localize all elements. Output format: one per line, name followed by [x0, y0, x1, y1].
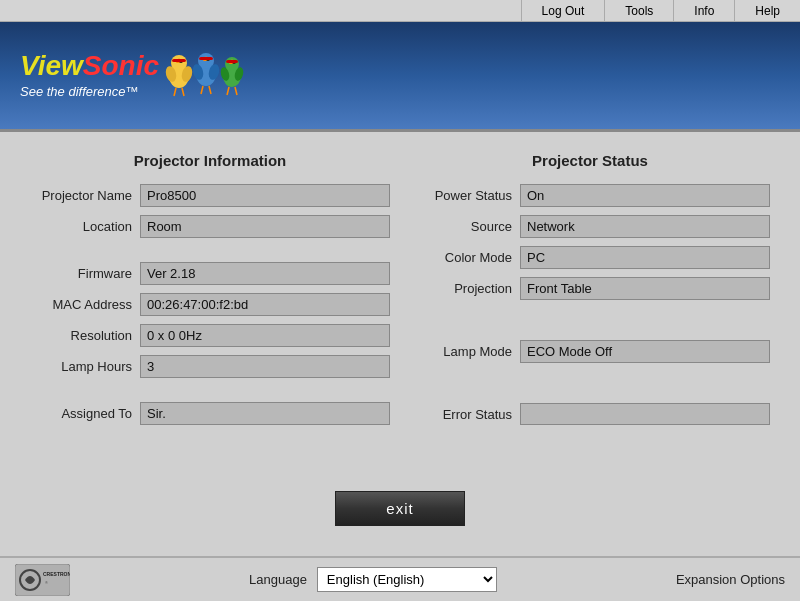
- svg-line-25: [227, 87, 229, 95]
- main-content: Projector Information Projector Name Pro…: [0, 132, 800, 556]
- header: ViewSonic See the difference™: [0, 22, 800, 132]
- logout-menu-item[interactable]: Log Out: [521, 0, 605, 21]
- top-menu-bar: Log Out Tools Info Help: [0, 0, 800, 22]
- exit-section: exit: [30, 491, 770, 526]
- firmware-value: Ver 2.18: [140, 262, 390, 285]
- exit-button[interactable]: exit: [335, 491, 464, 526]
- assigned-to-label: Assigned To: [30, 406, 140, 421]
- brand-sonic: Sonic: [83, 50, 159, 81]
- color-mode-row: Color Mode PC: [410, 246, 770, 269]
- projector-info-panel: Projector Information Projector Name Pro…: [30, 152, 390, 471]
- brand-view: View: [20, 50, 83, 81]
- tools-menu-item[interactable]: Tools: [604, 0, 673, 21]
- lamp-mode-value: ECO Mode Off: [520, 340, 770, 363]
- firmware-label: Firmware: [30, 266, 140, 281]
- projection-label: Projection: [410, 281, 520, 296]
- lamp-mode-row: Lamp Mode ECO Mode Off: [410, 340, 770, 363]
- color-mode-value: PC: [520, 246, 770, 269]
- mac-label: MAC Address: [30, 297, 140, 312]
- projector-name-label: Projector Name: [30, 188, 140, 203]
- projection-row: Projection Front Table: [410, 277, 770, 300]
- power-status-value: On: [520, 184, 770, 207]
- error-status-row: Error Status: [410, 403, 770, 425]
- brand-tagline: See the difference™: [20, 84, 159, 99]
- lamp-mode-label: Lamp Mode: [410, 344, 520, 359]
- assigned-to-row: Assigned To Sir.: [30, 402, 390, 425]
- svg-line-26: [235, 87, 237, 95]
- language-select[interactable]: English (English): [317, 567, 497, 592]
- lamp-hours-label: Lamp Hours: [30, 359, 140, 374]
- info-menu-item[interactable]: Info: [673, 0, 734, 21]
- svg-line-8: [182, 88, 184, 96]
- resolution-label: Resolution: [30, 328, 140, 343]
- error-status-value: [520, 403, 770, 425]
- svg-rect-22: [226, 60, 238, 63]
- resolution-row: Resolution 0 x 0 0Hz: [30, 324, 390, 347]
- power-status-row: Power Status On: [410, 184, 770, 207]
- help-menu-item[interactable]: Help: [734, 0, 800, 21]
- location-value: Room: [140, 215, 390, 238]
- svg-text:®: ®: [45, 580, 48, 585]
- projector-info-title: Projector Information: [30, 152, 390, 169]
- mac-value: 00:26:47:00:f2:bd: [140, 293, 390, 316]
- svg-rect-27: [15, 564, 70, 596]
- projector-status-panel: Projector Status Power Status On Source …: [410, 152, 770, 471]
- svg-line-7: [174, 88, 176, 96]
- resolution-value: 0 x 0 0Hz: [140, 324, 390, 347]
- expansion-options-link[interactable]: Expansion Options: [676, 572, 785, 587]
- projector-name-row: Projector Name Pro8500: [30, 184, 390, 207]
- firmware-row: Firmware Ver 2.18: [30, 262, 390, 285]
- footer-logo: CRESTRON ®: [15, 564, 70, 596]
- projector-status-title: Projector Status: [410, 152, 770, 169]
- mac-row: MAC Address 00:26:47:00:f2:bd: [30, 293, 390, 316]
- svg-rect-13: [199, 57, 213, 60]
- location-row: Location Room: [30, 215, 390, 238]
- brand-area: ViewSonic See the difference™: [20, 52, 159, 99]
- lamp-hours-value: 3: [140, 355, 390, 378]
- power-status-label: Power Status: [410, 188, 520, 203]
- svg-line-16: [201, 86, 203, 94]
- source-label: Source: [410, 219, 520, 234]
- location-label: Location: [30, 219, 140, 234]
- crestron-logo: CRESTRON ®: [15, 564, 70, 596]
- source-value: Network: [520, 215, 770, 238]
- lamp-hours-row: Lamp Hours 3: [30, 355, 390, 378]
- brand-name: ViewSonic: [20, 52, 159, 80]
- svg-text:CRESTRON: CRESTRON: [43, 571, 70, 577]
- info-panels: Projector Information Projector Name Pro…: [30, 152, 770, 471]
- footer-center: Language English (English): [70, 567, 676, 592]
- source-row: Source Network: [410, 215, 770, 238]
- projector-name-value: Pro8500: [140, 184, 390, 207]
- svg-line-17: [209, 86, 211, 94]
- language-label: Language: [249, 572, 307, 587]
- projection-value: Front Table: [520, 277, 770, 300]
- footer: CRESTRON ® Language English (English) Ex…: [0, 556, 800, 601]
- assigned-to-value: Sir.: [140, 402, 390, 425]
- brand-birds: [164, 41, 244, 110]
- svg-rect-4: [172, 59, 186, 62]
- error-status-label: Error Status: [410, 407, 520, 422]
- color-mode-label: Color Mode: [410, 250, 520, 265]
